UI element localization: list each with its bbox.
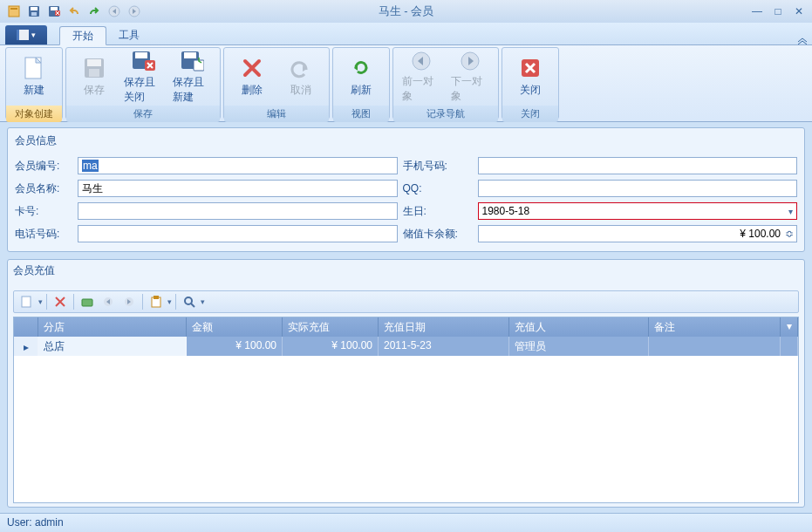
- close-button[interactable]: 关闭: [506, 50, 555, 104]
- save-close-label: 保存且关闭: [124, 75, 162, 105]
- svg-rect-3: [31, 7, 38, 10]
- prev-button[interactable]: 前一对象: [397, 50, 446, 104]
- svg-rect-6: [51, 7, 58, 10]
- member-no-input[interactable]: ma: [78, 157, 398, 174]
- phone-input[interactable]: [78, 225, 398, 242]
- cell-date[interactable]: 2011-5-23: [379, 337, 509, 357]
- delete-label: 删除: [242, 83, 263, 98]
- status-user: User: admin: [7, 516, 64, 529]
- tab-start[interactable]: 开始: [59, 26, 106, 45]
- grid-empty-area: [14, 356, 798, 502]
- tab-tools[interactable]: 工具: [106, 25, 152, 44]
- head-operator[interactable]: 充值人: [509, 317, 649, 338]
- head-actual[interactable]: 实际充值: [283, 317, 379, 338]
- card-no-input[interactable]: [78, 202, 398, 220]
- qq-input[interactable]: [478, 180, 798, 197]
- qat-save-close-icon[interactable]: [45, 3, 63, 20]
- save-new-icon: [180, 50, 204, 72]
- svg-rect-26: [82, 299, 92, 306]
- delete-icon: [240, 56, 264, 80]
- qat-prev-icon[interactable]: [106, 3, 123, 20]
- cancel-icon: [289, 56, 313, 80]
- new-label: 新建: [24, 83, 44, 98]
- member-name-input[interactable]: 马生: [78, 180, 398, 197]
- save-close-icon: [131, 50, 155, 72]
- group-view: 刷新 视图: [332, 47, 390, 119]
- balance-input[interactable]: ¥ 100.00: [478, 225, 798, 242]
- qat-redo-icon[interactable]: [85, 3, 103, 20]
- cell-remark[interactable]: [649, 337, 781, 357]
- mini-link-icon[interactable]: [78, 293, 97, 310]
- ribbon-tab-bar: ▾ 开始 工具: [0, 23, 812, 45]
- mini-new-icon[interactable]: [17, 293, 37, 310]
- group-create: 新建 对象创建: [5, 47, 63, 119]
- title-bar: 马生 - 会员 — □ ✕: [0, 0, 812, 23]
- svg-rect-4: [31, 12, 37, 16]
- member-info-form: 会员编号: ma 手机号码: 会员名称: 马生 QQ: 卡号: 生日: 1980…: [15, 157, 797, 242]
- system-menu-button[interactable]: ▾: [5, 25, 47, 44]
- head-filter-icon[interactable]: ▾: [781, 317, 798, 338]
- member-name-label: 会员名称:: [15, 181, 72, 196]
- cell-actual[interactable]: ¥ 100.00: [283, 337, 379, 357]
- save-icon: [82, 56, 106, 80]
- mini-next-icon[interactable]: [119, 293, 139, 310]
- recharge-panel: 会员充值 ▾ ▾ ▾ 分店 金额 实际充值 充值日期 充值人: [7, 259, 805, 508]
- cell-amount[interactable]: ¥ 100.00: [187, 337, 283, 357]
- svg-rect-1: [10, 8, 17, 10]
- head-date[interactable]: 充值日期: [379, 317, 509, 338]
- save-new-label: 保存且新建: [173, 75, 211, 105]
- save-new-button[interactable]: 保存且新建: [167, 50, 216, 104]
- member-name-value: 马生: [82, 181, 103, 196]
- new-button[interactable]: 新建: [10, 50, 58, 104]
- grid-header: 分店 金额 实际充值 充值日期 充值人 备注 ▾: [14, 317, 798, 337]
- svg-rect-20: [184, 52, 196, 58]
- qat-save-icon[interactable]: [25, 3, 43, 20]
- member-info-panel: 会员信息 会员编号: ma 手机号码: 会员名称: 马生 QQ: 卡号: 生日:…: [7, 127, 805, 252]
- refresh-icon: [349, 56, 373, 80]
- next-button[interactable]: 下一对象: [446, 50, 495, 104]
- mobile-input[interactable]: [478, 157, 798, 174]
- quick-access-toolbar: [5, 3, 143, 20]
- restore-button[interactable]: □: [770, 3, 786, 19]
- mini-clipboard-icon[interactable]: [147, 293, 166, 310]
- qat-undo-icon[interactable]: [65, 3, 83, 20]
- prev-icon: [409, 51, 433, 72]
- app-icon[interactable]: [5, 3, 23, 20]
- mini-delete-icon[interactable]: [51, 293, 70, 310]
- ribbon-collapse-icon[interactable]: [793, 36, 812, 44]
- head-indicator: [14, 317, 38, 338]
- head-branch[interactable]: 分店: [38, 317, 187, 338]
- svg-point-31: [185, 297, 192, 304]
- group-save: 保存 保存且关闭 保存且新建 保存: [65, 47, 221, 119]
- cancel-button[interactable]: 取消: [276, 50, 325, 104]
- save-button[interactable]: 保存: [70, 50, 119, 104]
- mini-prev-icon[interactable]: [99, 293, 118, 310]
- close-window-button[interactable]: ✕: [791, 3, 807, 19]
- cell-branch[interactable]: 总店: [38, 337, 187, 357]
- member-no-label: 会员编号:: [15, 159, 72, 174]
- phone-label: 电话号码:: [15, 227, 72, 242]
- group-edit-title: 编辑: [224, 106, 329, 122]
- save-close-button[interactable]: 保存且关闭: [119, 50, 167, 104]
- refresh-button[interactable]: 刷新: [337, 50, 386, 104]
- recharge-grid: 分店 金额 实际充值 充值日期 充值人 备注 ▾ ▸ 总店 ¥ 100.00 ¥…: [13, 317, 799, 503]
- close-label: 关闭: [520, 83, 541, 98]
- mini-search-icon[interactable]: [180, 293, 199, 310]
- head-remark[interactable]: 备注: [649, 317, 781, 338]
- delete-button[interactable]: 删除: [228, 50, 276, 104]
- birthday-label: 生日:: [403, 204, 473, 219]
- birthday-value: 1980-5-18: [482, 205, 530, 217]
- table-row[interactable]: ▸ 总店 ¥ 100.00 ¥ 100.00 2011-5-23 管理员: [14, 337, 798, 356]
- birthday-input[interactable]: 1980-5-18: [478, 202, 798, 220]
- qat-next-icon[interactable]: [126, 3, 143, 20]
- close-icon: [518, 56, 542, 80]
- head-amount[interactable]: 金额: [187, 317, 283, 338]
- group-create-title: 对象创建: [6, 106, 62, 122]
- member-info-title: 会员信息: [15, 133, 797, 148]
- svg-rect-11: [17, 30, 19, 40]
- minimize-button[interactable]: —: [749, 3, 765, 19]
- refresh-label: 刷新: [351, 83, 372, 98]
- cell-end: [781, 337, 798, 357]
- cell-operator[interactable]: 管理员: [509, 337, 649, 357]
- group-nav-title: 记录导航: [393, 106, 498, 122]
